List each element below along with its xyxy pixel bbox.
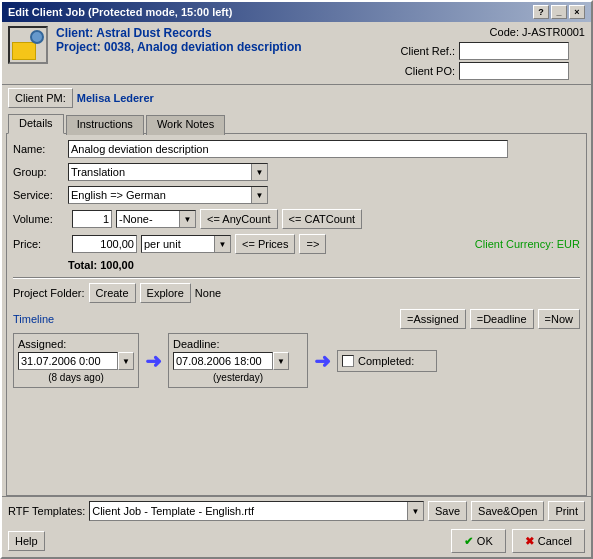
group-dropdown-arrow[interactable]: ▼: [251, 164, 267, 180]
arrow-btn[interactable]: =>: [299, 234, 326, 254]
client-name: Client: Astral Dust Records: [56, 26, 385, 40]
name-row: Name:: [13, 140, 580, 158]
any-count-btn[interactable]: <= AnyCount: [200, 209, 278, 229]
none-select[interactable]: -None- ▼: [116, 210, 196, 228]
cancel-label: Cancel: [538, 535, 572, 547]
group-select[interactable]: Translation ▼: [68, 163, 268, 181]
tabs-row: Details Instructions Work Notes: [2, 111, 591, 133]
client-ref-input[interactable]: [459, 42, 569, 60]
timeline-body: Assigned: ▼ (8 days ago) ➜ Deadline: ▼: [13, 333, 580, 388]
deadline-date-input[interactable]: [173, 352, 273, 370]
completed-row: Completed:: [342, 355, 414, 367]
assigned-label: Assigned:: [18, 338, 134, 350]
help-title-btn[interactable]: ?: [533, 5, 549, 19]
now-btn[interactable]: =Now: [538, 309, 580, 329]
service-dropdown-arrow[interactable]: ▼: [251, 187, 267, 203]
close-btn[interactable]: ×: [569, 5, 585, 19]
code-label: Code:: [490, 26, 519, 38]
code-text: Code: J-ASTR0001: [385, 26, 585, 38]
client-po-row: Client PO:: [385, 62, 585, 80]
print-btn[interactable]: Print: [548, 501, 585, 521]
none-dropdown-arrow[interactable]: ▼: [179, 211, 195, 227]
save-btn[interactable]: Save: [428, 501, 467, 521]
header-area: Client: Astral Dust Records Project: 003…: [2, 22, 591, 85]
assigned-btn[interactable]: =Assigned: [400, 309, 466, 329]
service-row: Service: English => German ▼: [13, 186, 580, 204]
ok-check-icon: ✔: [464, 535, 473, 548]
ok-cancel-group: ✔ OK ✖ Cancel: [451, 529, 585, 553]
service-select-text: English => German: [69, 189, 251, 201]
none-select-text: -None-: [117, 213, 179, 225]
rtf-select-text: Client Job - Template - English.rtf: [90, 505, 407, 517]
folder-icon: [12, 42, 36, 60]
cancel-btn[interactable]: ✖ Cancel: [512, 529, 585, 553]
assigned-sub: (8 days ago): [18, 372, 134, 383]
project-name: Project: 0038, Analog deviation descript…: [56, 40, 385, 54]
deadline-input-row: ▼: [173, 352, 303, 370]
tab-content: Name: Group: Translation ▼ Service: Engl…: [6, 133, 587, 496]
per-unit-arrow[interactable]: ▼: [214, 236, 230, 252]
deadline-box: Deadline: ▼ (yesterday): [168, 333, 308, 388]
help-btn[interactable]: Help: [8, 531, 45, 551]
assigned-date-picker[interactable]: ▼: [118, 352, 134, 370]
pm-name: Melisa Lederer: [77, 92, 154, 104]
create-btn[interactable]: Create: [89, 283, 136, 303]
price-label: Price:: [13, 238, 68, 250]
client-ref-row: Client Ref.:: [385, 42, 585, 60]
name-input[interactable]: [68, 140, 508, 158]
per-unit-text: per unit: [142, 238, 214, 250]
prices-btn[interactable]: <= Prices: [235, 234, 295, 254]
volume-input[interactable]: [72, 210, 112, 228]
rtf-label: RTF Templates:: [8, 505, 85, 517]
main-window: Edit Client Job (Protected mode, 15:00 l…: [0, 0, 593, 559]
completed-label: Completed:: [358, 355, 414, 367]
group-select-text: Translation: [69, 166, 251, 178]
volume-label: Volume:: [13, 213, 68, 225]
deadline-to-completed-arrow: ➜: [314, 349, 331, 373]
assigned-date-input[interactable]: [18, 352, 118, 370]
group-row: Group: Translation ▼: [13, 163, 580, 181]
service-label: Service:: [13, 189, 68, 201]
tab-work-notes[interactable]: Work Notes: [146, 115, 225, 135]
title-bar-buttons: ? _ ×: [533, 5, 585, 19]
explore-btn[interactable]: Explore: [140, 283, 191, 303]
price-input[interactable]: [72, 235, 137, 253]
service-select[interactable]: English => German ▼: [68, 186, 268, 204]
divider-1: [13, 277, 580, 279]
title-bar: Edit Client Job (Protected mode, 15:00 l…: [2, 2, 591, 22]
window-title: Edit Client Job (Protected mode, 15:00 l…: [8, 6, 232, 18]
deadline-date-picker[interactable]: ▼: [273, 352, 289, 370]
group-label: Group:: [13, 166, 68, 178]
completed-checkbox[interactable]: [342, 355, 354, 367]
completed-box: Completed:: [337, 350, 437, 372]
project-folder-row: Project Folder: Create Explore None: [13, 283, 580, 303]
tab-details[interactable]: Details: [8, 114, 64, 134]
client-ref-label: Client Ref.:: [385, 45, 455, 57]
timeline-section: Timeline =Assigned =Deadline =Now Assign…: [13, 309, 580, 388]
rtf-select[interactable]: Client Job - Template - English.rtf ▼: [89, 501, 424, 521]
total-row: Total: 100,00: [13, 259, 580, 271]
header-info: Client: Astral Dust Records Project: 003…: [56, 26, 385, 54]
per-unit-select[interactable]: per unit ▼: [141, 235, 231, 253]
gear-icon: [30, 30, 44, 44]
client-po-input[interactable]: [459, 62, 569, 80]
timeline-btns: =Assigned =Deadline =Now: [400, 309, 580, 329]
assigned-box: Assigned: ▼ (8 days ago): [13, 333, 139, 388]
ok-btn[interactable]: ✔ OK: [451, 529, 506, 553]
rtf-dropdown-arrow[interactable]: ▼: [407, 502, 423, 520]
deadline-sub: (yesterday): [173, 372, 303, 383]
client-pm-button[interactable]: Client PM:: [8, 88, 73, 108]
timeline-title: Timeline: [13, 313, 54, 325]
cat-count-btn[interactable]: <= CATCount: [282, 209, 362, 229]
client-currency: Client Currency: EUR: [475, 238, 580, 250]
deadline-btn[interactable]: =Deadline: [470, 309, 534, 329]
minimize-btn[interactable]: _: [551, 5, 567, 19]
save-open-btn[interactable]: Save&Open: [471, 501, 544, 521]
deadline-label: Deadline:: [173, 338, 303, 350]
project-folder-label: Project Folder:: [13, 287, 85, 299]
tab-instructions[interactable]: Instructions: [66, 115, 144, 135]
cancel-x-icon: ✖: [525, 535, 534, 548]
name-label: Name:: [13, 143, 68, 155]
timeline-header: Timeline =Assigned =Deadline =Now: [13, 309, 580, 329]
volume-row: Volume: -None- ▼ <= AnyCount <= CATCount: [13, 209, 580, 229]
